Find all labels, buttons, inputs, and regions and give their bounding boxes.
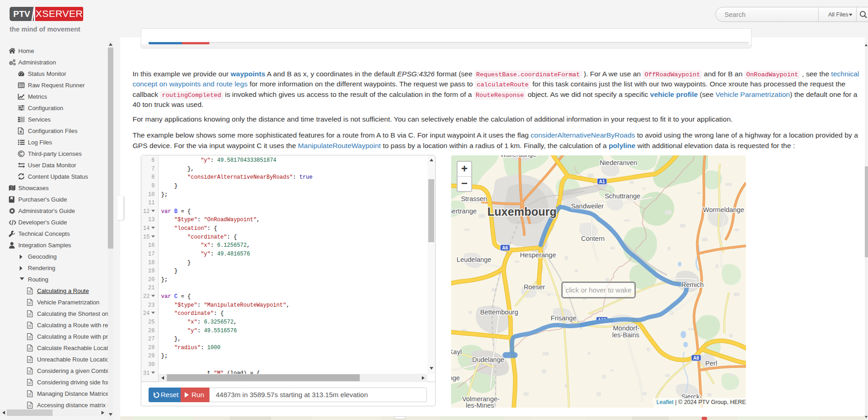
svg-text:Luxembourg: Luxembourg	[487, 205, 556, 218]
svg-text:nge: nge	[451, 374, 460, 382]
svg-text:A6: A6	[502, 245, 508, 250]
svg-text:Bettembourg: Bettembourg	[480, 308, 518, 316]
svg-text:les-Mines: les-Mines	[466, 402, 494, 408]
svg-text:Wormeldange: Wormeldange	[703, 206, 744, 213]
svg-text:Frisange: Frisange	[551, 314, 576, 322]
svg-text:Hesperange: Hesperange	[520, 251, 556, 259]
svg-text:Niederanven: Niederanven	[600, 159, 637, 166]
svg-text:Sandweiler: Sandweiler	[571, 202, 604, 210]
svg-text:Perl: Perl	[705, 360, 717, 367]
svg-text:Contern: Contern	[581, 235, 605, 242]
svg-text:Dudelange: Dudelange	[472, 356, 504, 363]
svg-text:Bertrange: Bertrange	[451, 207, 477, 215]
svg-text:Mondorf-: Mondorf-	[613, 324, 639, 332]
svg-text:Walferdange: Walferdange	[501, 155, 537, 158]
svg-text:A1: A1	[599, 179, 605, 184]
svg-text:A8: A8	[693, 356, 699, 361]
svg-text:Kayl: Kayl	[451, 348, 462, 356]
svg-text:Strassen: Strassen	[461, 195, 487, 202]
svg-text:Remich: Remich	[681, 281, 703, 288]
svg-text:Leudelange: Leudelange	[457, 256, 491, 263]
svg-text:les-Bains: les-Bains	[612, 331, 639, 339]
svg-text:Schuttrange: Schuttrange	[605, 192, 640, 200]
svg-text:Roeser: Roeser	[524, 283, 545, 291]
